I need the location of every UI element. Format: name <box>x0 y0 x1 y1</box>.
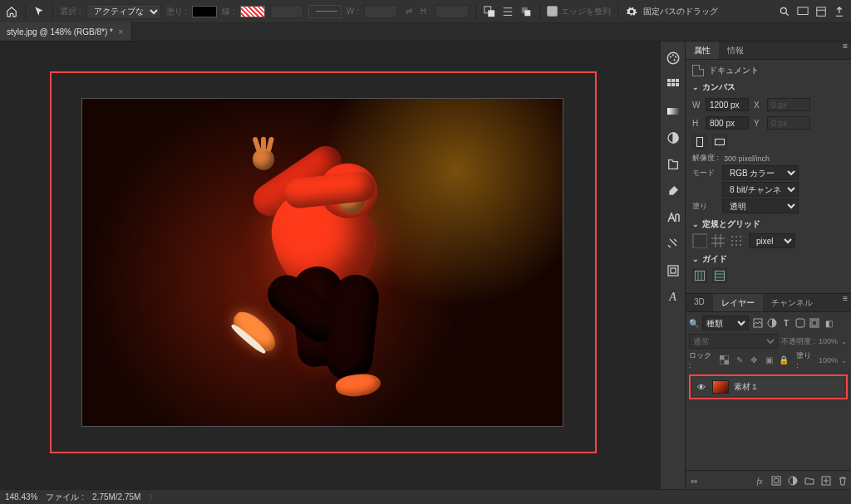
layer-fx-icon[interactable]: fx <box>753 474 766 487</box>
align-edges-checkbox[interactable]: エッジを整列 <box>547 6 611 17</box>
tab-layers[interactable]: レイヤー <box>713 294 763 311</box>
tools-panel-icon[interactable] <box>665 236 681 252</box>
delete-layer-icon[interactable] <box>836 474 849 487</box>
filter-adjust-icon[interactable] <box>766 317 778 329</box>
section-rulers-grid[interactable]: ⌄定規とグリッド <box>692 218 844 230</box>
gear-icon[interactable] <box>625 5 638 18</box>
adjustments-panel-icon[interactable] <box>665 130 681 146</box>
canvas-width-input[interactable] <box>706 98 749 111</box>
stroke-swatch[interactable] <box>240 6 265 17</box>
tab-properties[interactable]: 属性 <box>686 42 719 59</box>
libraries-panel-icon[interactable] <box>665 156 681 173</box>
screen-mode-icon[interactable] <box>796 5 809 18</box>
width-label: W : <box>347 7 359 16</box>
height-input[interactable] <box>435 5 469 18</box>
share-icon[interactable] <box>833 5 846 18</box>
document-tab-title: style.jpg @ 148% (RGB/8*) * <box>7 27 113 37</box>
panel-menu-icon[interactable]: ≡ <box>843 42 851 59</box>
rulers-icon[interactable] <box>692 233 707 248</box>
width-input[interactable] <box>364 5 397 18</box>
canvas-height-input[interactable] <box>706 116 749 130</box>
section-canvas[interactable]: ⌄カンバス <box>692 81 844 93</box>
swatches-panel-icon[interactable] <box>665 76 681 93</box>
layers-panel-menu-icon[interactable]: ≡ <box>843 294 851 311</box>
svg-rect-34 <box>716 272 725 281</box>
prop-fill-label: 塗り <box>692 201 717 212</box>
new-layer-icon[interactable] <box>819 474 833 487</box>
canvas-area[interactable] <box>0 42 660 489</box>
lock-transparency-icon[interactable] <box>719 355 730 366</box>
layer-filter-type-select[interactable]: 種類 <box>702 316 749 330</box>
zoom-level[interactable]: 148.43% <box>5 492 37 502</box>
svg-rect-21 <box>671 268 676 273</box>
align-icon[interactable] <box>501 5 514 18</box>
filter-pixel-icon[interactable] <box>752 317 764 329</box>
lock-artboard-icon[interactable]: ▣ <box>763 355 775 366</box>
canvas-y-input[interactable] <box>767 116 810 130</box>
brushes-panel-icon[interactable] <box>665 183 681 199</box>
status-more-icon[interactable]: 〉 <box>149 492 157 503</box>
filter-smart-icon[interactable] <box>809 317 820 329</box>
svg-rect-37 <box>796 319 804 327</box>
history-panel-icon[interactable] <box>665 262 681 279</box>
home-icon[interactable] <box>5 5 18 18</box>
opacity-label: 不透明度 : <box>781 336 815 347</box>
select-layer-dropdown[interactable]: アクティブなレ… <box>86 4 161 19</box>
gradients-panel-icon[interactable] <box>665 103 681 120</box>
tab-3d[interactable]: 3D <box>686 294 713 311</box>
tab-channels[interactable]: チャンネル <box>763 294 821 311</box>
opacity-value[interactable]: 100% <box>819 337 838 345</box>
opacity-dropdown-icon[interactable]: ⌄ <box>841 337 848 345</box>
arrange-icon[interactable] <box>519 5 533 18</box>
lock-all-icon[interactable]: 🔒 <box>778 355 790 366</box>
fill-swatch[interactable] <box>192 6 217 17</box>
filter-search-icon[interactable]: 🔍 <box>689 319 699 328</box>
search-icon[interactable] <box>778 5 791 18</box>
adjustment-layer-icon[interactable] <box>786 474 799 487</box>
workspace-icon[interactable] <box>814 5 828 18</box>
color-panel-icon[interactable] <box>665 50 681 66</box>
path-ops-icon[interactable] <box>483 5 496 18</box>
blend-mode-select[interactable]: 通常 <box>689 334 778 349</box>
orientation-portrait-icon[interactable] <box>692 135 707 149</box>
stroke-style-dropdown[interactable] <box>308 5 342 18</box>
guides-icon[interactable] <box>692 268 707 283</box>
document-tab[interactable]: style.jpg @ 148% (RGB/8*) * × <box>0 22 132 41</box>
filter-shape-icon[interactable] <box>794 317 806 329</box>
layer-thumbnail[interactable] <box>712 380 729 394</box>
move-tool-icon[interactable] <box>32 5 46 18</box>
character-panel-icon[interactable]: A <box>665 289 681 306</box>
background-fill-select[interactable]: 透明 <box>722 198 799 213</box>
properties-panel-body: ドキュメント ⌄カンバス W X H Y 解像度 : 300 pixel/inc… <box>686 60 851 293</box>
layer-item[interactable]: 👁 素材１ <box>692 378 844 396</box>
fill-dropdown-icon[interactable]: ⌄ <box>841 356 848 365</box>
guides-horiz-icon[interactable] <box>712 268 727 283</box>
lock-position-icon[interactable]: ✥ <box>749 355 760 366</box>
link-layers-icon[interactable]: ⇔ <box>687 474 701 487</box>
close-tab-icon[interactable]: × <box>118 27 123 37</box>
svg-point-32 <box>740 244 741 246</box>
filter-toggle-icon[interactable]: ◧ <box>823 317 834 329</box>
link-wh-icon[interactable]: ⇌ <box>402 5 416 18</box>
layer-fill-value[interactable]: 100% <box>819 356 838 365</box>
typography-panel-icon[interactable] <box>665 209 681 226</box>
layer-group-icon[interactable] <box>803 474 816 487</box>
layer-name[interactable]: 素材１ <box>734 381 759 393</box>
stroke-width-input[interactable] <box>270 5 303 18</box>
orientation-landscape-icon[interactable] <box>712 135 727 149</box>
filter-type-icon[interactable]: T <box>780 317 792 329</box>
rulers-unit-select[interactable]: pixel <box>749 233 795 248</box>
canvas-x-input[interactable] <box>767 98 810 111</box>
color-mode-select[interactable]: RGB カラー <box>722 165 799 180</box>
layer-mask-icon[interactable] <box>770 474 783 487</box>
resolution-value: 300 pixel/inch <box>724 154 770 163</box>
grid-icon[interactable] <box>711 233 726 248</box>
artboard[interactable] <box>81 98 563 427</box>
right-panels: 属性 情報 ≡ ドキュメント ⌄カンバス W X H Y 解像度 <box>685 42 851 489</box>
tab-info[interactable]: 情報 <box>719 42 752 59</box>
layer-visibility-icon[interactable]: 👁 <box>696 383 707 392</box>
grid-dotted-icon[interactable] <box>729 233 744 248</box>
lock-pixels-icon[interactable]: ✎ <box>734 355 745 366</box>
bit-depth-select[interactable]: 8 bit/チャンネル <box>722 182 799 197</box>
section-guides[interactable]: ⌄ガイド <box>692 253 844 265</box>
